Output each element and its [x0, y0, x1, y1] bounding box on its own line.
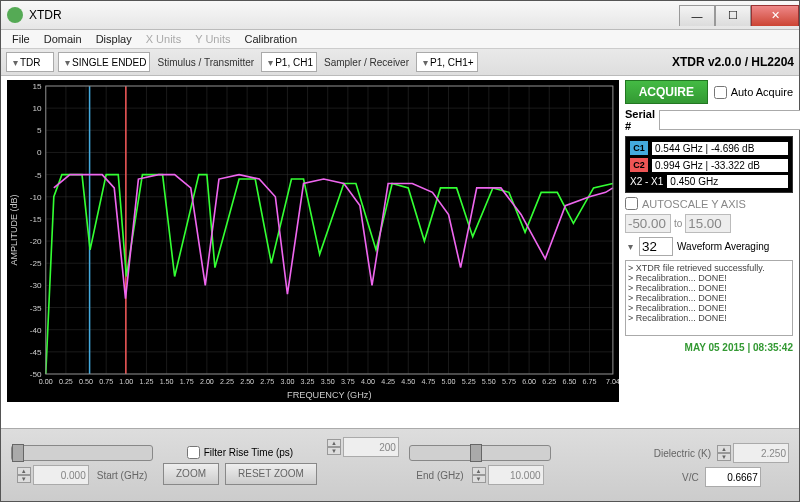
svg-text:AMPLITUDE (dB): AMPLITUDE (dB) — [9, 195, 19, 266]
serial-label: Serial # — [625, 108, 655, 132]
version-label: XTDR v2.0.0 / HL2204 — [672, 55, 794, 69]
svg-text:-5: -5 — [34, 171, 42, 180]
svg-text:2.75: 2.75 — [260, 378, 274, 385]
menubar: File Domain Display X Units Y Units Cali… — [1, 30, 799, 49]
c1-value: 0.544 GHz | -4.696 dB — [652, 142, 788, 155]
maximize-button[interactable]: ☐ — [715, 5, 751, 26]
frequency-chart[interactable]: 151050-5-10-15-20-25-30-35-40-45-500.000… — [7, 80, 619, 402]
svg-text:-40: -40 — [30, 326, 42, 335]
diff-label: X2 - X1 — [630, 176, 663, 187]
log-output: > XTDR file retrieved successfully.> Rec… — [625, 260, 793, 336]
mode-select[interactable]: ▾TDR — [6, 52, 54, 72]
menu-calibration[interactable]: Calibration — [237, 33, 304, 45]
avg-label: Waveform Averaging — [677, 241, 769, 252]
svg-text:0.00: 0.00 — [39, 378, 53, 385]
config-select[interactable]: ▾SINGLE ENDED — [58, 52, 150, 72]
serial-input[interactable] — [659, 110, 800, 130]
avg-down-icon[interactable]: ▾ — [625, 241, 635, 252]
svg-text:4.75: 4.75 — [421, 378, 435, 385]
timestamp: MAY 05 2015 | 08:35:42 — [625, 340, 793, 355]
svg-text:3.75: 3.75 — [341, 378, 355, 385]
chart-area: 151050-5-10-15-20-25-30-35-40-45-500.000… — [7, 80, 619, 428]
svg-text:4.25: 4.25 — [381, 378, 395, 385]
ymax-input[interactable] — [685, 214, 731, 233]
window-title: XTDR — [29, 8, 679, 22]
svg-text:1.75: 1.75 — [180, 378, 194, 385]
end-input[interactable] — [488, 465, 544, 485]
svg-text:2.00: 2.00 — [200, 378, 214, 385]
menu-yunits: Y Units — [188, 33, 237, 45]
c2-value: 0.994 GHz | -33.322 dB — [652, 159, 788, 172]
svg-text:15: 15 — [33, 82, 43, 91]
svg-text:1.25: 1.25 — [140, 378, 154, 385]
svg-text:10: 10 — [33, 104, 43, 113]
svg-text:-45: -45 — [30, 348, 42, 357]
cursor-readout: C10.544 GHz | -4.696 dB C20.994 GHz | -3… — [625, 136, 793, 193]
svg-text:0: 0 — [37, 149, 42, 158]
svg-text:6.00: 6.00 — [522, 378, 536, 385]
start-slider[interactable] — [11, 445, 153, 461]
minimize-button[interactable]: — — [679, 5, 715, 26]
dielec-input[interactable] — [733, 443, 789, 463]
svg-text:1.50: 1.50 — [160, 378, 174, 385]
stim-label: Stimulus / Transmitter — [154, 57, 257, 68]
svg-text:7.04: 7.04 — [606, 378, 619, 385]
svg-text:2.25: 2.25 — [220, 378, 234, 385]
vc-input[interactable] — [705, 467, 761, 487]
svg-text:4.00: 4.00 — [361, 378, 375, 385]
avg-input[interactable] — [639, 237, 673, 256]
recv-label: Sampler / Receiver — [321, 57, 412, 68]
acquire-button[interactable]: ACQUIRE — [625, 80, 708, 104]
bottom-bar: ▲▼Start (GHz) Filter Rise Time (ps) ZOOM… — [1, 428, 799, 501]
dielec-spin[interactable]: ▲▼ — [717, 445, 731, 461]
zoom-button[interactable]: ZOOM — [163, 463, 219, 485]
filter-spin[interactable]: ▲▼ — [327, 439, 341, 455]
start-spin[interactable]: ▲▼ — [17, 467, 31, 483]
stim-select[interactable]: ▾P1, CH1 — [261, 52, 317, 72]
svg-text:6.75: 6.75 — [583, 378, 597, 385]
svg-rect-90 — [46, 86, 613, 374]
menu-file[interactable]: File — [5, 33, 37, 45]
autoscale-check[interactable]: AUTOSCALE Y AXIS — [625, 197, 793, 210]
menu-xunits: X Units — [139, 33, 188, 45]
svg-text:6.50: 6.50 — [562, 378, 576, 385]
svg-text:5.75: 5.75 — [502, 378, 516, 385]
svg-text:5.50: 5.50 — [482, 378, 496, 385]
c1-tag: C1 — [630, 141, 648, 155]
svg-text:5: 5 — [37, 126, 42, 135]
app-icon — [7, 7, 23, 23]
toolbar: ▾TDR ▾SINGLE ENDED Stimulus / Transmitte… — [1, 49, 799, 76]
svg-text:-30: -30 — [30, 281, 42, 290]
ymin-input[interactable] — [625, 214, 671, 233]
svg-text:-25: -25 — [30, 259, 42, 268]
svg-text:-15: -15 — [30, 215, 42, 224]
svg-text:0.50: 0.50 — [79, 378, 93, 385]
svg-text:5.25: 5.25 — [462, 378, 476, 385]
svg-text:3.00: 3.00 — [280, 378, 294, 385]
svg-text:3.25: 3.25 — [301, 378, 315, 385]
svg-text:-35: -35 — [30, 304, 42, 313]
diff-value: 0.450 GHz — [667, 175, 788, 188]
menu-display[interactable]: Display — [89, 33, 139, 45]
svg-text:5.00: 5.00 — [442, 378, 456, 385]
filter-input[interactable] — [343, 437, 399, 457]
recv-select[interactable]: ▾P1, CH1+ — [416, 52, 478, 72]
start-input[interactable] — [33, 465, 89, 485]
end-spin[interactable]: ▲▼ — [472, 467, 486, 483]
svg-text:FREQUENCY (GHz): FREQUENCY (GHz) — [287, 390, 371, 400]
end-slider[interactable] — [409, 445, 551, 461]
svg-text:0.75: 0.75 — [99, 378, 113, 385]
filter-check[interactable]: Filter Rise Time (ps) — [187, 446, 293, 459]
titlebar: XTDR — ☐ ✕ — [1, 1, 799, 30]
svg-text:-10: -10 — [30, 193, 42, 202]
menu-domain[interactable]: Domain — [37, 33, 89, 45]
svg-text:6.25: 6.25 — [542, 378, 556, 385]
svg-text:3.50: 3.50 — [321, 378, 335, 385]
svg-text:2.50: 2.50 — [240, 378, 254, 385]
svg-text:4.50: 4.50 — [401, 378, 415, 385]
c2-tag: C2 — [630, 158, 648, 172]
svg-text:0.25: 0.25 — [59, 378, 73, 385]
auto-acquire-check[interactable]: Auto Acquire — [714, 86, 793, 99]
reset-zoom-button[interactable]: RESET ZOOM — [225, 463, 317, 485]
close-button[interactable]: ✕ — [751, 5, 799, 26]
